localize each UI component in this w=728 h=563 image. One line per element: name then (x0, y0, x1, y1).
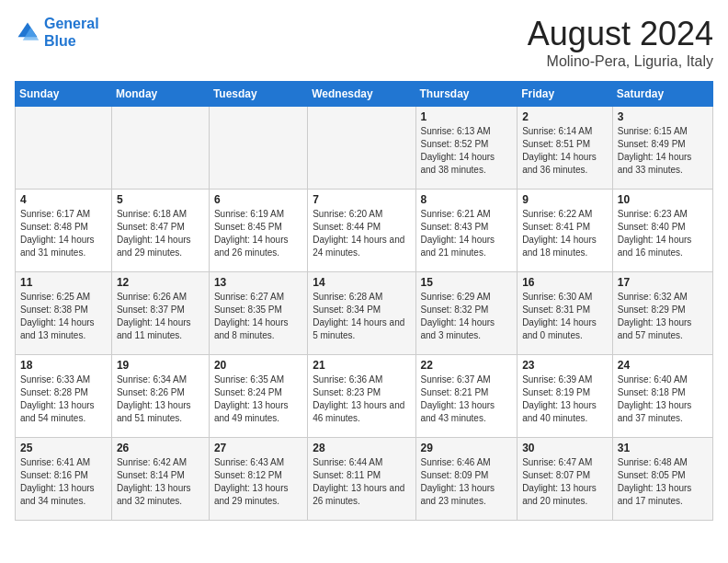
calendar-cell: 15Sunrise: 6:29 AM Sunset: 8:32 PM Dayli… (415, 272, 518, 355)
day-info: Sunrise: 6:46 AM Sunset: 8:09 PM Dayligh… (421, 456, 513, 508)
day-number: 23 (522, 359, 608, 372)
main-title: August 2024 (528, 15, 713, 53)
day-info: Sunrise: 6:26 AM Sunset: 8:37 PM Dayligh… (117, 291, 204, 342)
calendar-cell: 28Sunrise: 6:44 AM Sunset: 8:11 PM Dayli… (308, 438, 415, 521)
day-info: Sunrise: 6:19 AM Sunset: 8:45 PM Dayligh… (214, 208, 302, 259)
calendar-cell: 6Sunrise: 6:19 AM Sunset: 8:45 PM Daylig… (209, 190, 307, 272)
day-number: 13 (214, 276, 302, 289)
header-day: Saturday (612, 82, 712, 107)
day-info: Sunrise: 6:25 AM Sunset: 8:38 PM Dayligh… (20, 291, 107, 342)
day-number: 14 (313, 276, 410, 289)
day-info: Sunrise: 6:35 AM Sunset: 8:24 PM Dayligh… (214, 373, 302, 425)
logo-icon (15, 19, 40, 45)
day-number: 10 (618, 193, 708, 206)
calendar-cell (111, 107, 209, 190)
calendar-cell: 17Sunrise: 6:32 AM Sunset: 8:29 PM Dayli… (612, 272, 712, 355)
calendar-cell: 9Sunrise: 6:22 AM Sunset: 8:41 PM Daylig… (518, 190, 613, 272)
day-number: 9 (522, 193, 608, 206)
day-number: 30 (522, 442, 608, 454)
day-number: 24 (618, 359, 708, 372)
day-info: Sunrise: 6:44 AM Sunset: 8:11 PM Dayligh… (313, 456, 410, 508)
calendar-cell (308, 107, 415, 190)
calendar-cell: 23Sunrise: 6:39 AM Sunset: 8:19 PM Dayli… (518, 355, 613, 438)
header-day: Friday (518, 82, 613, 107)
day-info: Sunrise: 6:30 AM Sunset: 8:31 PM Dayligh… (522, 291, 608, 342)
calendar-header: SundayMondayTuesdayWednesdayThursdayFrid… (16, 82, 713, 107)
day-number: 18 (20, 359, 107, 372)
calendar-cell: 1Sunrise: 6:13 AM Sunset: 8:52 PM Daylig… (415, 107, 518, 190)
calendar-body: 1Sunrise: 6:13 AM Sunset: 8:52 PM Daylig… (16, 107, 713, 521)
day-number: 21 (313, 359, 410, 372)
day-number: 27 (214, 442, 302, 454)
day-info: Sunrise: 6:14 AM Sunset: 8:51 PM Dayligh… (522, 125, 608, 177)
day-info: Sunrise: 6:40 AM Sunset: 8:18 PM Dayligh… (618, 373, 708, 425)
day-info: Sunrise: 6:32 AM Sunset: 8:29 PM Dayligh… (618, 291, 708, 342)
day-number: 26 (117, 442, 204, 454)
calendar-cell: 27Sunrise: 6:43 AM Sunset: 8:12 PM Dayli… (209, 438, 307, 521)
day-number: 19 (117, 359, 204, 372)
calendar-cell: 25Sunrise: 6:41 AM Sunset: 8:16 PM Dayli… (16, 438, 112, 521)
calendar-week-row: 18Sunrise: 6:33 AM Sunset: 8:28 PM Dayli… (16, 355, 713, 438)
day-info: Sunrise: 6:28 AM Sunset: 8:34 PM Dayligh… (313, 291, 410, 342)
calendar-cell: 3Sunrise: 6:15 AM Sunset: 8:49 PM Daylig… (612, 107, 712, 190)
day-info: Sunrise: 6:41 AM Sunset: 8:16 PM Dayligh… (20, 456, 107, 508)
day-number: 28 (313, 442, 410, 454)
calendar-cell: 22Sunrise: 6:37 AM Sunset: 8:21 PM Dayli… (415, 355, 518, 438)
day-number: 22 (421, 359, 513, 372)
day-info: Sunrise: 6:43 AM Sunset: 8:12 PM Dayligh… (214, 456, 302, 508)
day-number: 7 (313, 193, 410, 206)
day-info: Sunrise: 6:17 AM Sunset: 8:48 PM Dayligh… (20, 208, 107, 259)
header-day: Tuesday (209, 82, 307, 107)
day-number: 4 (20, 193, 107, 206)
day-number: 25 (20, 442, 107, 454)
calendar-cell: 8Sunrise: 6:21 AM Sunset: 8:43 PM Daylig… (415, 190, 518, 272)
logo: General Blue (15, 15, 99, 50)
title-block: August 2024 Molino-Pera, Liguria, Italy (528, 15, 713, 70)
header-day: Sunday (16, 82, 112, 107)
day-info: Sunrise: 6:20 AM Sunset: 8:44 PM Dayligh… (313, 208, 410, 259)
subtitle: Molino-Pera, Liguria, Italy (528, 53, 713, 70)
calendar-week-row: 4Sunrise: 6:17 AM Sunset: 8:48 PM Daylig… (16, 190, 713, 272)
header-day: Monday (111, 82, 209, 107)
day-number: 12 (117, 276, 204, 289)
calendar-cell: 29Sunrise: 6:46 AM Sunset: 8:09 PM Dayli… (415, 438, 518, 521)
header-day: Wednesday (308, 82, 415, 107)
day-number: 8 (421, 193, 513, 206)
logo-text: General Blue (44, 15, 99, 50)
day-number: 20 (214, 359, 302, 372)
day-info: Sunrise: 6:34 AM Sunset: 8:26 PM Dayligh… (117, 373, 204, 425)
day-info: Sunrise: 6:47 AM Sunset: 8:07 PM Dayligh… (522, 456, 608, 508)
header-row: SundayMondayTuesdayWednesdayThursdayFrid… (16, 82, 713, 107)
calendar-cell: 11Sunrise: 6:25 AM Sunset: 8:38 PM Dayli… (16, 272, 112, 355)
day-info: Sunrise: 6:21 AM Sunset: 8:43 PM Dayligh… (421, 208, 513, 259)
calendar-week-row: 1Sunrise: 6:13 AM Sunset: 8:52 PM Daylig… (16, 107, 713, 190)
calendar-cell: 31Sunrise: 6:48 AM Sunset: 8:05 PM Dayli… (612, 438, 712, 521)
day-info: Sunrise: 6:27 AM Sunset: 8:35 PM Dayligh… (214, 291, 302, 342)
calendar-cell: 19Sunrise: 6:34 AM Sunset: 8:26 PM Dayli… (111, 355, 209, 438)
day-info: Sunrise: 6:29 AM Sunset: 8:32 PM Dayligh… (421, 291, 513, 342)
calendar-week-row: 25Sunrise: 6:41 AM Sunset: 8:16 PM Dayli… (16, 438, 713, 521)
calendar-table: SundayMondayTuesdayWednesdayThursdayFrid… (15, 81, 713, 521)
calendar-week-row: 11Sunrise: 6:25 AM Sunset: 8:38 PM Dayli… (16, 272, 713, 355)
calendar-cell: 7Sunrise: 6:20 AM Sunset: 8:44 PM Daylig… (308, 190, 415, 272)
calendar-cell: 12Sunrise: 6:26 AM Sunset: 8:37 PM Dayli… (111, 272, 209, 355)
calendar-cell: 10Sunrise: 6:23 AM Sunset: 8:40 PM Dayli… (612, 190, 712, 272)
day-number: 15 (421, 276, 513, 289)
calendar-cell: 16Sunrise: 6:30 AM Sunset: 8:31 PM Dayli… (518, 272, 613, 355)
day-info: Sunrise: 6:33 AM Sunset: 8:28 PM Dayligh… (20, 373, 107, 425)
day-number: 1 (421, 110, 513, 123)
day-info: Sunrise: 6:15 AM Sunset: 8:49 PM Dayligh… (618, 125, 708, 177)
day-info: Sunrise: 6:23 AM Sunset: 8:40 PM Dayligh… (618, 208, 708, 259)
day-info: Sunrise: 6:18 AM Sunset: 8:47 PM Dayligh… (117, 208, 204, 259)
day-number: 16 (522, 276, 608, 289)
calendar-cell: 20Sunrise: 6:35 AM Sunset: 8:24 PM Dayli… (209, 355, 307, 438)
calendar-cell: 14Sunrise: 6:28 AM Sunset: 8:34 PM Dayli… (308, 272, 415, 355)
calendar-cell: 26Sunrise: 6:42 AM Sunset: 8:14 PM Dayli… (111, 438, 209, 521)
day-number: 17 (618, 276, 708, 289)
day-number: 29 (421, 442, 513, 454)
day-info: Sunrise: 6:42 AM Sunset: 8:14 PM Dayligh… (117, 456, 204, 508)
day-number: 11 (20, 276, 107, 289)
calendar-cell: 18Sunrise: 6:33 AM Sunset: 8:28 PM Dayli… (16, 355, 112, 438)
day-info: Sunrise: 6:22 AM Sunset: 8:41 PM Dayligh… (522, 208, 608, 259)
page-header: General Blue August 2024 Molino-Pera, Li… (15, 15, 713, 70)
